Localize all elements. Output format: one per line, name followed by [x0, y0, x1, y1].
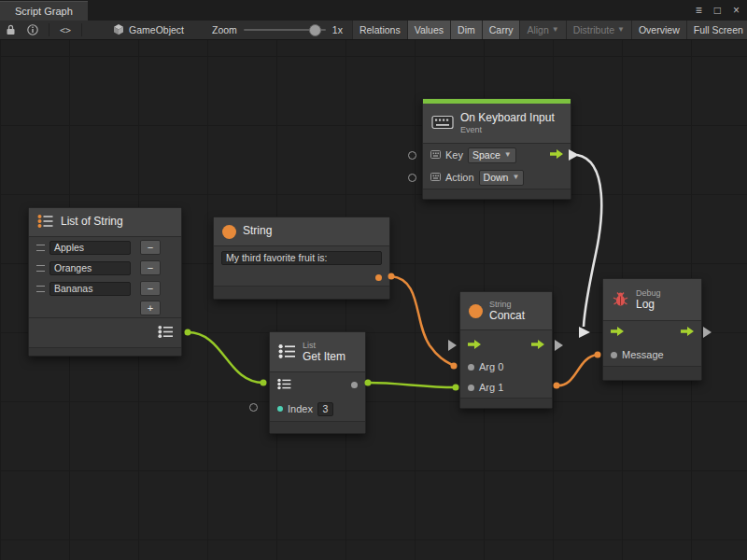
list-item-row: Oranges −: [29, 258, 181, 278]
zoom-label: Zoom: [212, 24, 237, 35]
titlebar: Script Graph ≡ □ ×: [0, 0, 747, 21]
drag-handle-icon[interactable]: [36, 265, 45, 272]
node-header[interactable]: List of String: [29, 208, 181, 237]
dropdown-caret-icon: ▼: [512, 174, 519, 181]
distribute-dropdown-button[interactable]: Distribute▼: [566, 21, 631, 39]
key-port-row: Key Space▼: [423, 144, 571, 166]
node-title: List of String: [61, 216, 123, 229]
flow-output-arrow-icon[interactable]: [681, 327, 694, 338]
script-graph-window: { "window": { "tab_title": "Script Graph…: [0, 0, 747, 560]
dim-button[interactable]: Dim: [450, 21, 482, 39]
node-title: Get Item: [303, 351, 345, 364]
index-field[interactable]: 3: [317, 402, 333, 416]
flow-output-arrow-icon[interactable]: [531, 340, 544, 351]
key-port-socket[interactable]: [408, 151, 416, 160]
zoom-slider[interactable]: [244, 29, 326, 31]
flow-input-arrow-icon[interactable]: [468, 340, 481, 351]
list-icon: [278, 343, 296, 361]
flow-output-arrow-icon[interactable]: [550, 149, 563, 161]
list-item-field[interactable]: Apples: [49, 241, 131, 255]
bug-icon: [612, 291, 629, 309]
arg0-input-port[interactable]: [468, 364, 474, 371]
arg0-row: Arg 0: [460, 357, 552, 377]
code-icon[interactable]: <>: [54, 21, 77, 39]
node-string-literal[interactable]: String My third favorite fruit is:: [213, 217, 390, 300]
gameobject-context[interactable]: GameObject: [113, 23, 184, 37]
node-title: On Keyboard Input: [460, 112, 555, 125]
menu-icon[interactable]: ≡: [696, 5, 702, 16]
carry-button[interactable]: Carry: [482, 21, 520, 39]
arg1-row: Arg 1: [460, 377, 552, 398]
string-type-icon: [222, 225, 236, 239]
index-row: Index 3: [270, 397, 365, 421]
add-item-row: +: [29, 299, 181, 317]
string-value-row: My third favorite fruit is:: [214, 246, 389, 269]
port-label: Arg 1: [479, 382, 503, 393]
fullscreen-button[interactable]: Full Screen: [686, 21, 747, 39]
node-footer: [423, 189, 571, 199]
port-label: Action: [445, 172, 474, 183]
unity-cube-icon: [113, 23, 124, 37]
action-port-socket[interactable]: [408, 174, 416, 182]
list-item-field[interactable]: Bananas: [49, 282, 131, 296]
remove-item-button[interactable]: −: [140, 260, 161, 275]
node-concat[interactable]: String Concat Arg 0 Arg 1: [459, 291, 553, 409]
align-dropdown-button[interactable]: Align▼: [519, 21, 565, 39]
node-title: Log: [636, 299, 661, 312]
keyboard-icon: [431, 114, 454, 133]
remove-item-button[interactable]: −: [140, 240, 161, 255]
message-input-port[interactable]: [611, 352, 617, 358]
zoom-slider-knob[interactable]: [309, 24, 321, 36]
remove-item-button[interactable]: −: [140, 281, 161, 296]
gameobject-label: GameObject: [129, 24, 184, 35]
list-input-port-icon[interactable]: [277, 378, 291, 392]
node-footer: [214, 286, 389, 299]
node-header[interactable]: Debug Log: [603, 279, 701, 321]
dropdown-caret-icon: ▼: [617, 26, 625, 34]
string-output-port[interactable]: [375, 274, 382, 281]
action-dropdown[interactable]: Down▼: [479, 170, 525, 186]
port-label: Arg 0: [479, 361, 503, 372]
maximize-icon[interactable]: □: [714, 5, 721, 16]
arg1-input-port[interactable]: [468, 385, 474, 391]
list-item-field[interactable]: Oranges: [49, 261, 131, 275]
add-item-button[interactable]: +: [140, 301, 161, 315]
info-icon[interactable]: [21, 21, 44, 39]
string-value-field[interactable]: My third favorite fruit is:: [221, 251, 382, 265]
node-list-of-string[interactable]: List of String Apples − Oranges − Banana…: [28, 207, 182, 357]
node-header[interactable]: String: [214, 217, 389, 246]
node-category: Debug: [636, 288, 661, 299]
close-icon[interactable]: ×: [733, 5, 740, 16]
list-input-row: [270, 372, 365, 397]
node-on-keyboard-input[interactable]: On Keyboard Input Event Key Space▼ Actio…: [422, 98, 571, 200]
node-header[interactable]: List Get Item: [270, 332, 365, 372]
tab-label: Script Graph: [15, 6, 73, 17]
node-category: List: [303, 341, 345, 351]
lock-icon[interactable]: [0, 21, 21, 39]
list-output-port-icon[interactable]: [158, 325, 174, 341]
values-button[interactable]: Values: [407, 21, 450, 39]
relations-button[interactable]: Relations: [352, 21, 407, 39]
list-item-row: Apples −: [29, 237, 181, 258]
toolbar: <> GameObject Zoom 1x Relations Values D…: [0, 21, 747, 40]
node-subtitle: Event: [460, 125, 555, 135]
node-header[interactable]: On Keyboard Input Event: [423, 104, 571, 144]
zoom-control: Zoom 1x: [212, 24, 343, 35]
list-icon: [37, 214, 54, 231]
item-output-port[interactable]: [351, 382, 358, 388]
tab-script-graph[interactable]: Script Graph: [0, 1, 88, 21]
index-port-socket[interactable]: [249, 403, 258, 412]
drag-handle-icon[interactable]: [36, 286, 45, 292]
node-footer: [460, 398, 552, 408]
node-debug-log[interactable]: Debug Log Message: [602, 278, 702, 381]
index-input-port[interactable]: [277, 406, 283, 412]
drag-handle-icon[interactable]: [36, 245, 45, 251]
key-dropdown[interactable]: Space▼: [468, 147, 516, 163]
node-header[interactable]: String Concat: [460, 292, 552, 330]
zoom-value: 1x: [332, 24, 343, 35]
overview-button[interactable]: Overview: [631, 21, 686, 39]
flow-input-arrow-icon[interactable]: [611, 327, 624, 338]
node-title: String: [243, 225, 272, 238]
list-item-row: Bananas −: [29, 278, 181, 299]
node-get-item[interactable]: List Get Item Index 3: [269, 331, 366, 434]
